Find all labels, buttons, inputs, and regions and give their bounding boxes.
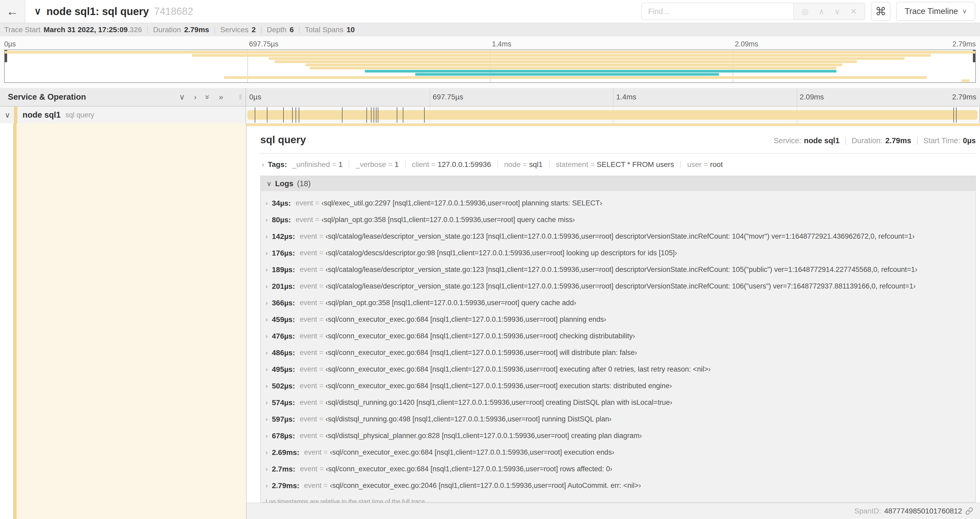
tags-row[interactable]: › Tags: _unfinished=1_verbose=1client=12…: [260, 160, 976, 169]
log-row[interactable]: ›574µs:event=‹sql/distsql_running.go:142…: [261, 394, 975, 411]
logs-collapse-chevron-icon[interactable]: ∨: [267, 180, 271, 187]
meta-separator: [917, 137, 918, 145]
log-row[interactable]: ›459µs:event=‹sql/conn_executor_exec.go:…: [261, 311, 975, 328]
log-row[interactable]: ›142µs:event=‹sql/catalog/lease/descript…: [261, 228, 975, 245]
log-row[interactable]: ›2.79ms:event=‹sql/conn_executor_exec.go…: [261, 477, 975, 494]
column-resizer-grip[interactable]: ‖: [239, 93, 242, 101]
tag-key: client: [412, 160, 429, 169]
minimap-axis-label: 1.4ms: [492, 40, 511, 48]
log-field-value: ‹sql/conn_executor_exec.go:684 [nsql1,cl…: [326, 382, 672, 390]
view-options-dropdown[interactable]: Trace Timeline ∨: [896, 2, 975, 21]
minimap-canvas[interactable]: [4, 50, 976, 83]
logs-panel: ∨ Logs (18) ›34µs:event=‹sql/exec_util.g…: [260, 176, 976, 503]
log-marker-tick: [403, 107, 403, 123]
log-expand-chevron-icon[interactable]: ›: [266, 382, 268, 390]
log-field-key: event: [300, 415, 317, 423]
collapse-all-icon[interactable]: »: [204, 95, 212, 99]
log-row[interactable]: ›495µs:event=‹sql/conn_executor_exec.go:…: [261, 361, 975, 378]
meta-separator: [845, 137, 846, 145]
log-expand-chevron-icon[interactable]: ›: [266, 332, 268, 340]
log-equals: =: [319, 282, 323, 291]
span-collapse-chevron-icon[interactable]: ∨: [5, 111, 10, 120]
log-row[interactable]: ›201µs:event=‹sql/catalog/lease/descript…: [261, 278, 975, 295]
log-expand-chevron-icon[interactable]: ›: [266, 416, 268, 423]
log-row[interactable]: ›34µs:event=‹sql/exec_util.go:2297 [nsql…: [261, 195, 975, 211]
log-expand-chevron-icon[interactable]: ›: [266, 465, 268, 473]
log-row[interactable]: ›2.7ms:event=‹sql/conn_executor_exec.go:…: [261, 461, 975, 477]
log-marker-tick: [299, 107, 299, 123]
view-options-label: Trace Timeline: [905, 6, 958, 16]
log-timestamp: 502µs:: [272, 382, 295, 390]
log-row[interactable]: ›80µs:event=‹sql/plan_opt.go:358 [nsql1,…: [261, 211, 975, 228]
back-button[interactable]: ←: [0, 0, 25, 23]
span-accent-stripe: [13, 123, 17, 519]
minimap-span-bar: [310, 67, 837, 69]
logs-header[interactable]: ∨ Logs (18): [261, 176, 975, 191]
log-equals: =: [319, 398, 323, 407]
minimap-span-bar: [192, 54, 931, 57]
log-field-key: event: [300, 398, 317, 407]
log-row[interactable]: ›502µs:event=‹sql/conn_executor_exec.go:…: [261, 378, 975, 394]
find-controls: ◎ ∧ ∨ ✕: [793, 3, 865, 19]
stat-separator: [147, 26, 148, 34]
span-name-column[interactable]: ∨ node sql1 sql query: [0, 107, 246, 123]
log-marker-tick: [342, 107, 342, 123]
log-field-value: ‹sql/distsql_running.go:1420 [nsql1,clie…: [326, 398, 672, 407]
log-timestamp: 574µs:: [272, 398, 295, 407]
tag-key: user: [687, 160, 702, 169]
log-row[interactable]: ›176µs:event=‹sql/catalog/descs/descript…: [261, 245, 975, 261]
collapse-one-icon[interactable]: ∨: [179, 93, 185, 101]
meta-value: 2.79ms: [885, 136, 911, 145]
log-timestamp: 678µs:: [272, 432, 295, 440]
log-expand-chevron-icon[interactable]: ›: [266, 283, 268, 290]
log-marker-tick: [376, 107, 377, 123]
expand-all-icon[interactable]: »: [219, 93, 223, 101]
log-equals: =: [320, 465, 324, 473]
log-row[interactable]: ›2.69ms:event=‹sql/conn_executor_exec.go…: [261, 444, 975, 461]
find-bar: ◎ ∧ ∨ ✕: [641, 3, 865, 20]
log-expand-chevron-icon[interactable]: ›: [266, 299, 268, 307]
logs-note: Log timestamps are relative to the start…: [261, 494, 975, 503]
log-expand-chevron-icon[interactable]: ›: [266, 432, 268, 440]
meta-label: Duration:: [852, 136, 883, 145]
find-clear-icon[interactable]: ✕: [850, 7, 857, 16]
log-expand-chevron-icon[interactable]: ›: [266, 349, 268, 356]
log-row[interactable]: ›678µs:event=‹sql/distsql_physical_plann…: [261, 428, 975, 444]
locate-icon[interactable]: ◎: [802, 7, 808, 16]
span-detail-title: sql query: [260, 134, 306, 145]
stat-value: 6: [290, 26, 294, 34]
find-next-icon[interactable]: ∨: [834, 7, 840, 16]
collapse-controls: ∨ › » » ‖: [179, 93, 242, 101]
log-expand-chevron-icon[interactable]: ›: [266, 366, 268, 373]
expand-one-icon[interactable]: ›: [194, 93, 197, 101]
log-expand-chevron-icon[interactable]: ›: [266, 449, 268, 456]
find-prev-icon[interactable]: ∧: [819, 7, 824, 16]
log-expand-chevron-icon[interactable]: ›: [266, 249, 268, 257]
trace-minimap: 0µs697.75µs1.4ms2.09ms2.79ms: [0, 37, 980, 88]
log-expand-chevron-icon[interactable]: ›: [266, 482, 268, 489]
log-expand-chevron-icon[interactable]: ›: [266, 399, 268, 406]
log-equals: =: [319, 382, 323, 390]
log-row[interactable]: ›486µs:event=‹sql/conn_executor_exec.go:…: [261, 345, 975, 361]
log-row[interactable]: ›366µs:event=‹sql/plan_opt.go:358 [nsql1…: [261, 295, 975, 311]
tags-expand-chevron-icon[interactable]: ›: [262, 161, 264, 169]
keyboard-shortcuts-button[interactable]: ⌘: [871, 2, 891, 21]
tag-item: statement=SELECT * FROM users: [556, 160, 674, 169]
log-expand-chevron-icon[interactable]: ›: [266, 200, 268, 207]
log-row[interactable]: ›189µs:event=‹sql/catalog/lease/descript…: [261, 261, 975, 278]
log-expand-chevron-icon[interactable]: ›: [266, 266, 268, 273]
log-expand-chevron-icon[interactable]: ›: [266, 316, 268, 323]
find-input[interactable]: [642, 3, 793, 19]
log-expand-chevron-icon[interactable]: ›: [266, 233, 268, 240]
log-row[interactable]: ›476µs:event=‹sql/conn_executor_exec.go:…: [261, 328, 975, 345]
log-field-key: event: [300, 365, 317, 374]
log-field-key: event: [300, 332, 317, 340]
copy-link-icon[interactable]: [965, 507, 973, 515]
trace-collapse-chevron-icon[interactable]: ∨: [34, 6, 41, 17]
log-field-value: ‹sql/conn_executor_exec.go:684 [nsql1,cl…: [326, 332, 635, 340]
span-duration-bar[interactable]: [247, 110, 977, 120]
chevron-down-icon: ∨: [962, 8, 967, 15]
log-expand-chevron-icon[interactable]: ›: [266, 216, 268, 224]
log-marker-tick: [255, 107, 255, 123]
log-row[interactable]: ›597µs:event=‹sql/distsql_running.go:498…: [261, 411, 975, 428]
